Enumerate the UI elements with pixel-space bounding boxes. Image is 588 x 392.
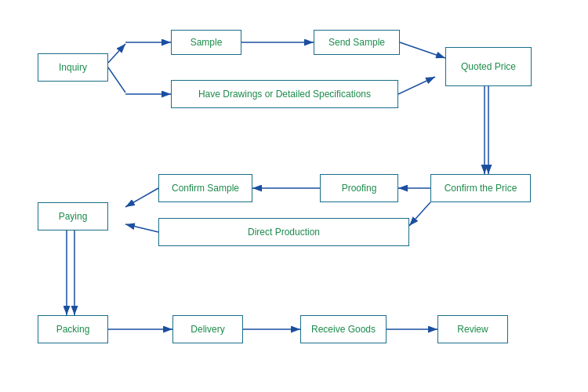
confirm-sample-box: Confirm Sample — [158, 174, 252, 202]
receive-goods-box: Receive Goods — [300, 315, 387, 343]
review-box: Review — [437, 315, 508, 343]
quoted-price-box: Quoted Price — [445, 47, 532, 86]
svg-line-13 — [125, 224, 158, 232]
svg-line-12 — [409, 202, 430, 226]
packing-box: Packing — [38, 315, 108, 343]
confirm-price-box: Confirm the Price — [430, 174, 531, 202]
direct-production-box: Direct Production — [158, 218, 409, 246]
svg-line-3 — [108, 67, 125, 93]
paying-box: Paying — [38, 202, 108, 230]
have-drawings-box: Have Drawings or Detailed Specifications — [171, 80, 398, 108]
svg-line-11 — [125, 188, 158, 207]
proofing-box: Proofing — [320, 174, 398, 202]
svg-line-6 — [400, 42, 445, 58]
delivery-box: Delivery — [172, 315, 243, 343]
svg-line-1 — [108, 44, 125, 63]
sample-box: Sample — [171, 30, 241, 55]
svg-line-7 — [398, 77, 435, 94]
send-sample-box: Send Sample — [314, 30, 400, 55]
inquiry-box: Inquiry — [38, 53, 108, 82]
